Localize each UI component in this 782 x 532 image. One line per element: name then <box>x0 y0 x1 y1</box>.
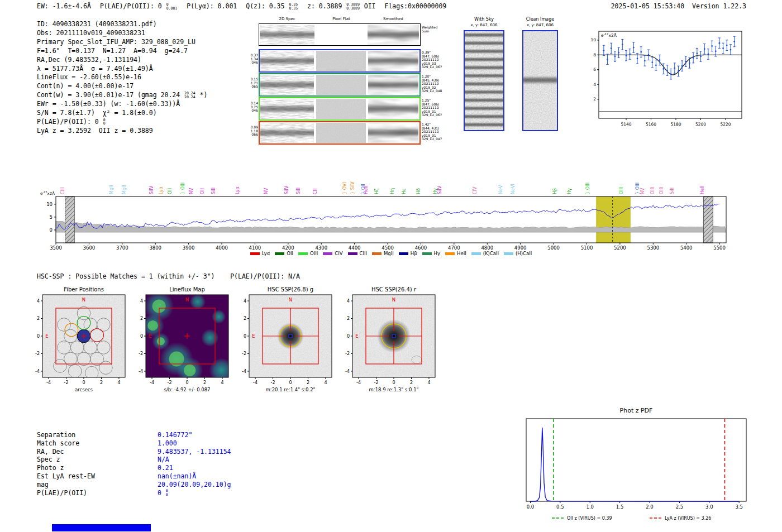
match-row-value: 0.21 <box>158 464 173 472</box>
emission-line-label: HeII <box>700 185 705 194</box>
photz-pdf-curve <box>531 428 740 501</box>
emission-line-label: NV <box>264 188 269 194</box>
svg-text:4: 4 <box>140 299 143 304</box>
spec2d-cell-smooth <box>368 75 418 95</box>
emission-line-label: HeII <box>364 185 369 194</box>
east-label: E <box>252 333 255 339</box>
emission-line-label: Hγ <box>567 188 572 194</box>
svg-text:-4: -4 <box>46 380 51 385</box>
emission-line-label: SiII <box>296 188 301 194</box>
with-sky-image-content <box>465 31 503 130</box>
svg-text:3600: 3600 <box>83 245 96 251</box>
header-summary-row: EW: -1.6±-4.6ÅP(LAE)/P(OII): 0 00.001P(L… <box>37 2 455 10</box>
svg-text:0: 0 <box>289 380 292 385</box>
match-row: P(LAE)/P(OII)0 00 <box>37 489 231 497</box>
emission-line-label: OIII <box>659 187 664 194</box>
header-segment: Q(z): 0.35 0.350.35 <box>246 2 298 10</box>
legend-swatch <box>422 252 432 255</box>
svg-text:e-17x2Å: e-17x2Å <box>40 190 55 196</box>
svg-text:0: 0 <box>50 227 53 233</box>
spec2d-cell-white <box>316 25 366 45</box>
svg-text:-2: -2 <box>345 351 350 356</box>
svg-text:4000: 4000 <box>216 245 228 251</box>
svg-text:2: 2 <box>100 380 103 385</box>
svg-text:5300: 5300 <box>647 245 659 251</box>
match-row: Spec zN/A <box>37 456 231 464</box>
match-row-label: Spec z <box>37 456 158 464</box>
photz-legend-label: LyA z (VIRUS) = 3.26 <box>665 516 711 521</box>
info-line: S/N = 7.8(±1.7) χ² = 1.8(±0.0) <box>37 109 207 118</box>
emission-line-label: NeVI <box>511 184 516 194</box>
legend-label: OII <box>287 251 293 256</box>
emission-line-label: OII <box>200 188 205 194</box>
with-sky-image <box>464 30 504 131</box>
cutout-caption: s/b: -4.92 +/- 0.087 <box>164 387 210 392</box>
elixer-detection-report: EW: -1.6±-4.6ÅP(LAE)/P(OII): 0 00.001P(L… <box>0 0 782 532</box>
emission-line-label: SiIV <box>437 185 442 194</box>
svg-text:-4: -4 <box>139 369 143 374</box>
svg-text:-4: -4 <box>345 369 350 374</box>
info-line: LyA z = 3.2592 OII z = 0.3889 <box>37 127 207 136</box>
match-row-value: 1.000 <box>158 439 177 447</box>
legend-label: (K)CaII <box>483 251 499 256</box>
cutout-caption: arcsecs <box>75 387 93 392</box>
info-line: LineFlux = -2.60(±0.55)e-16 <box>37 73 207 82</box>
svg-text:0: 0 <box>37 334 40 339</box>
legend-label: CIII <box>360 251 367 256</box>
svg-text:2.0: 2.0 <box>646 504 654 510</box>
legend-item: Hγ <box>422 251 440 256</box>
north-label: N <box>185 297 189 303</box>
legend-label: MgII <box>384 251 394 256</box>
svg-text:-2: -2 <box>242 351 246 356</box>
svg-text:-4: -4 <box>150 380 154 385</box>
emission-line-label: Hδ <box>416 188 421 194</box>
match-row-label: mag <box>37 481 158 489</box>
header-segment: Flags:0x00000009 <box>385 2 447 10</box>
svg-text:4100: 4100 <box>249 245 261 251</box>
svg-text:2: 2 <box>140 316 143 321</box>
svg-text:2: 2 <box>593 97 596 102</box>
svg-text:4: 4 <box>117 380 120 385</box>
match-row: RA, Dec9.483537, -1.131154 <box>37 448 231 456</box>
svg-text:4: 4 <box>593 82 596 87</box>
legend-item: OIII <box>298 251 318 256</box>
legend-swatch <box>348 252 357 255</box>
legend-item: (K)CaII <box>471 251 499 256</box>
svg-text:5200: 5200 <box>614 245 626 251</box>
sky-image-panel: With Sky x, y: 847, 606 Clean Image x, y… <box>455 17 567 137</box>
svg-text:3.0: 3.0 <box>705 504 713 510</box>
masked-band <box>704 196 713 243</box>
legend-item: OII <box>275 251 293 256</box>
svg-text:2: 2 <box>347 316 350 321</box>
emission-line-label: Hζ <box>374 189 379 194</box>
legend-item: (H)CaII <box>504 251 532 256</box>
svg-text:-2: -2 <box>64 380 69 385</box>
spec2d-cell-flat <box>316 123 366 143</box>
spec2d-fiber-label: 0.39"(847, 606)20211110v019_03329_LU_067 <box>422 51 444 69</box>
spec2d-cell-flat <box>316 99 366 119</box>
svg-text:-2: -2 <box>374 380 379 385</box>
spec2d-cell-spec <box>260 99 314 119</box>
svg-text:2.5: 2.5 <box>676 504 684 510</box>
emission-line-label: } OIII <box>585 183 590 194</box>
spec2d-column-title: Pixel Flat <box>316 17 366 21</box>
legend-swatch <box>275 252 284 255</box>
svg-text:4: 4 <box>324 380 327 385</box>
cutout-title: Lineflux Map <box>169 286 205 293</box>
match-row-label: Separation <box>37 431 158 439</box>
svg-text:4: 4 <box>427 380 430 385</box>
emission-line-label: SiIV <box>284 185 289 194</box>
svg-text:0: 0 <box>347 334 350 339</box>
svg-text:2: 2 <box>410 380 413 385</box>
info-line: F=1.6" T=0.137 N=1.27 A=0.94 g=24.7 <box>37 47 207 56</box>
cutout-caption: m:20.1 re:1.4" s:0.2" <box>265 387 315 392</box>
header-segment: EW: -1.6±-4.6Å <box>37 2 91 10</box>
spec2d-cell-smooth <box>368 51 418 71</box>
legend-swatch <box>399 252 408 255</box>
photz-title: Phot z PDF <box>620 407 653 414</box>
legend-label: OIII <box>310 251 318 256</box>
cutout-title: HSC SSP(26.8) g <box>268 286 313 293</box>
svg-text:4200: 4200 <box>282 245 294 251</box>
svg-text:5: 5 <box>50 214 53 220</box>
svg-text:4500: 4500 <box>382 245 394 251</box>
